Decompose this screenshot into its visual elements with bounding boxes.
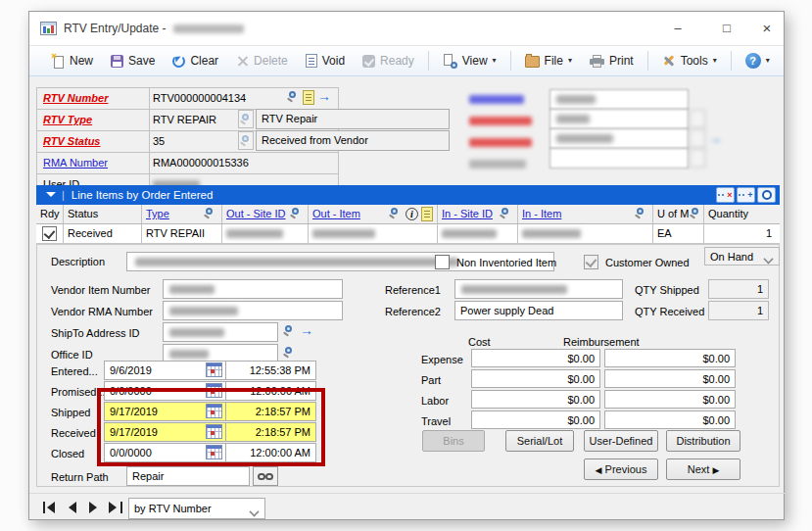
in-item-cell[interactable] xyxy=(518,224,653,243)
lookup-icon[interactable] xyxy=(282,324,297,339)
delete-button[interactable]: Delete xyxy=(227,48,297,73)
go-to-arrow-icon[interactable]: → xyxy=(300,323,313,338)
part-reimbursement[interactable]: $0.00 xyxy=(604,369,736,388)
lookup-icon[interactable] xyxy=(289,207,304,221)
insert-row-button[interactable]: + xyxy=(737,187,755,203)
out-site-cell[interactable] xyxy=(222,224,309,243)
last-record-button[interactable] xyxy=(108,501,122,513)
in-site-cell[interactable] xyxy=(438,224,518,243)
type-cell[interactable]: RTV REPAII xyxy=(142,224,222,243)
view-menu-button[interactable]: View▾ xyxy=(434,48,505,73)
help-menu-button[interactable]: ?▾ xyxy=(737,48,779,73)
rtv-status-label[interactable]: RTV Status xyxy=(43,132,100,150)
received-time-field[interactable]: 2:18:57 PM xyxy=(225,422,316,442)
save-button[interactable]: Save xyxy=(102,48,164,73)
rtv-number-value[interactable]: RTV000000004134 xyxy=(153,88,246,108)
first-record-button[interactable] xyxy=(43,501,58,513)
serial-lot-button[interactable]: Serial/Lot xyxy=(505,430,574,452)
chain-link-icon[interactable] xyxy=(253,466,278,486)
col-in-site[interactable]: In - Site ID xyxy=(438,205,518,223)
void-button[interactable]: Void xyxy=(297,48,354,73)
distribution-button[interactable]: Distribution xyxy=(666,430,740,452)
delete-row-button[interactable]: × xyxy=(716,187,735,203)
calendar-icon[interactable] xyxy=(206,424,222,439)
labor-cost[interactable]: $0.00 xyxy=(471,390,600,409)
line-item-row[interactable]: Received RTV REPAII EA 1 xyxy=(36,224,780,244)
lookup-icon[interactable] xyxy=(286,90,301,105)
calendar-icon[interactable] xyxy=(206,445,222,459)
close-button[interactable]: × xyxy=(750,12,784,44)
col-in-item[interactable]: In - Item xyxy=(518,205,653,223)
file-menu-button[interactable]: File▾ xyxy=(516,48,581,73)
rtv-type-lookup-button[interactable] xyxy=(238,110,254,128)
collapse-caret-icon[interactable] xyxy=(46,192,56,202)
col-out-item[interactable]: Out - Itemi xyxy=(309,205,438,223)
promised-time-field[interactable]: 12:00:00 AM xyxy=(225,381,316,401)
calendar-icon[interactable] xyxy=(206,383,222,398)
entered-time-field[interactable]: 12:55:38 PM xyxy=(225,361,316,380)
print-button[interactable]: Print xyxy=(581,48,643,73)
rma-number-value[interactable]: RMA000000015336 xyxy=(153,153,249,172)
bar-divider: | xyxy=(62,189,65,201)
quantity-cell[interactable]: 1 xyxy=(704,224,780,243)
travel-cost[interactable]: $0.00 xyxy=(471,410,600,429)
rtv-type-value[interactable]: RTV REPAIR xyxy=(153,110,216,129)
non-inventoried-checkbox[interactable] xyxy=(435,255,450,269)
info-icon[interactable]: i xyxy=(406,208,418,220)
next-button[interactable]: Next ▶ xyxy=(666,459,740,480)
lookup-icon[interactable] xyxy=(689,207,703,221)
vendor-item-field[interactable] xyxy=(163,279,343,299)
lookup-icon[interactable] xyxy=(203,207,217,221)
part-cost[interactable]: $0.00 xyxy=(471,369,600,388)
rma-number-label[interactable]: RMA Number xyxy=(43,154,108,171)
expense-cost[interactable]: $0.00 xyxy=(471,349,600,367)
closed-time-field[interactable]: 12:00:00 AM xyxy=(225,443,316,462)
shipto-address-field[interactable] xyxy=(163,322,278,342)
ready-button[interactable]: Ready xyxy=(354,48,423,73)
maximize-button[interactable]: □ xyxy=(705,12,748,44)
calendar-icon[interactable] xyxy=(206,362,222,377)
previous-record-button[interactable] xyxy=(65,501,79,513)
tools-menu-button[interactable]: Tools▾ xyxy=(653,48,726,73)
rtv-status-lookup-button[interactable] xyxy=(238,131,254,150)
lookup-icon[interactable] xyxy=(499,207,513,221)
note-icon[interactable] xyxy=(303,90,314,105)
labor-reimbursement[interactable]: $0.00 xyxy=(604,390,736,409)
out-item-cell[interactable] xyxy=(309,224,438,243)
reference2-field[interactable]: Power supply Dead xyxy=(454,301,623,320)
status-cell[interactable]: Received xyxy=(64,224,142,243)
customer-owned-checkbox[interactable] xyxy=(584,255,598,269)
uom-cell[interactable]: EA xyxy=(653,224,704,243)
reference1-field[interactable] xyxy=(454,279,623,299)
return-path-field[interactable]: Repair xyxy=(126,466,250,486)
user-defined-button[interactable]: User-Defined xyxy=(584,430,658,452)
blurred-go-arrow: → xyxy=(708,131,722,146)
show-details-button[interactable] xyxy=(757,187,776,203)
ready-checkbox[interactable] xyxy=(42,226,57,241)
shipped-time-field[interactable]: 2:18:57 PM xyxy=(225,402,316,421)
received-label: Received xyxy=(51,424,96,442)
expense-reimbursement[interactable]: $0.00 xyxy=(604,349,736,367)
new-button[interactable]: New xyxy=(43,48,102,73)
calendar-icon[interactable] xyxy=(206,404,222,418)
travel-reimbursement[interactable]: $0.00 xyxy=(604,410,736,429)
lookup-icon[interactable] xyxy=(282,346,297,361)
col-out-site[interactable]: Out - Site ID xyxy=(222,205,309,223)
rdy-cell[interactable] xyxy=(36,224,64,243)
lookup-icon[interactable] xyxy=(388,207,403,221)
minimize-button[interactable]: – xyxy=(656,12,699,44)
col-type[interactable]: Type xyxy=(142,205,222,223)
sort-by-dropdown[interactable]: by RTV Number xyxy=(128,498,265,519)
bins-button[interactable]: Bins xyxy=(422,430,485,452)
rtv-status-value[interactable]: 35 xyxy=(153,131,165,151)
rtv-type-label[interactable]: RTV Type xyxy=(43,111,92,128)
vendor-rma-field[interactable] xyxy=(163,301,343,320)
qty-type-dropdown[interactable]: On Hand xyxy=(704,247,780,266)
lookup-icon[interactable] xyxy=(634,207,648,221)
rtv-number-label[interactable]: RTV Number xyxy=(43,89,108,107)
note-icon[interactable] xyxy=(421,207,433,221)
go-to-arrow-icon[interactable]: → xyxy=(317,89,331,104)
previous-button[interactable]: ◀ Previous xyxy=(584,459,658,480)
clear-button[interactable]: Clear xyxy=(164,48,227,73)
next-record-button[interactable] xyxy=(86,501,101,513)
